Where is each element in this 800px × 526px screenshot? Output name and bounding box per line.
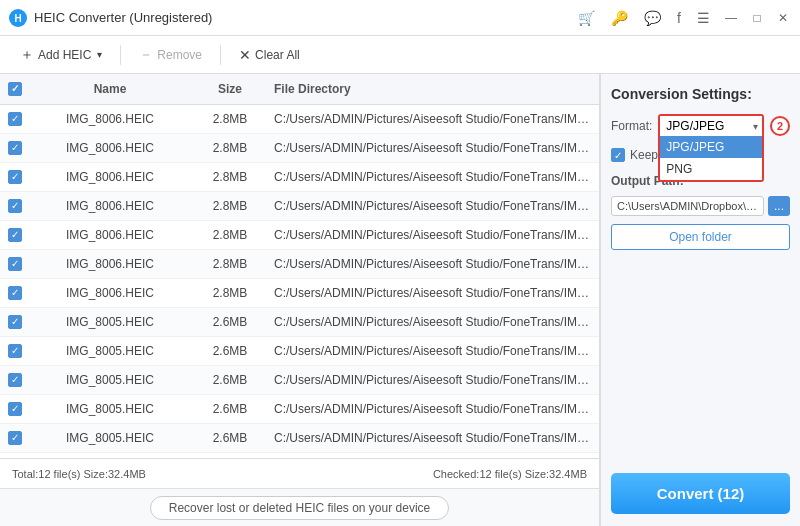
table-row[interactable]: IMG_8005.HEIC 2.6MB C:/Users/ADMIN/Pictu… bbox=[0, 395, 599, 424]
row-path: C:/Users/ADMIN/Pictures/Aiseesoft Studio… bbox=[270, 197, 599, 215]
key-icon[interactable]: 🔑 bbox=[607, 8, 632, 28]
row-checkbox[interactable] bbox=[8, 402, 22, 416]
toolbar: ＋ Add HEIC ▾ － Remove ✕ Clear All bbox=[0, 36, 800, 74]
row-checkbox-cell bbox=[0, 371, 30, 389]
row-checkbox[interactable] bbox=[8, 431, 22, 445]
option-png[interactable]: PNG bbox=[660, 158, 762, 180]
format-row: Format: JPG/JPEG PNG ▾ JPG/JPEG PNG 2 bbox=[611, 114, 790, 138]
clear-all-button[interactable]: ✕ Clear All bbox=[229, 43, 310, 67]
table-row[interactable]: IMG_8006.HEIC 2.8MB C:/Users/ADMIN/Pictu… bbox=[0, 192, 599, 221]
row-size: 2.6MB bbox=[190, 313, 270, 331]
app-title: HEIC Converter (Unregistered) bbox=[34, 10, 574, 25]
row-checkbox-cell bbox=[0, 284, 30, 302]
row-checkbox[interactable] bbox=[8, 286, 22, 300]
open-folder-button[interactable]: Open folder bbox=[611, 224, 790, 250]
row-path: C:/Users/ADMIN/Pictures/Aiseesoft Studio… bbox=[270, 400, 599, 418]
browse-button[interactable]: ... bbox=[768, 196, 790, 216]
minimize-button[interactable]: — bbox=[722, 9, 740, 27]
row-checkbox[interactable] bbox=[8, 228, 22, 242]
add-heic-button[interactable]: ＋ Add HEIC ▾ bbox=[10, 42, 112, 68]
format-select[interactable]: JPG/JPEG PNG bbox=[660, 116, 762, 136]
header-size: Size bbox=[190, 80, 270, 98]
table-row[interactable]: IMG_8006.HEIC 2.8MB C:/Users/ADMIN/Pictu… bbox=[0, 105, 599, 134]
table-header: Name Size File Directory bbox=[0, 74, 599, 105]
table-row[interactable]: IMG_8006.HEIC 2.8MB C:/Users/ADMIN/Pictu… bbox=[0, 221, 599, 250]
close-button[interactable]: ✕ bbox=[774, 9, 792, 27]
row-size: 2.8MB bbox=[190, 226, 270, 244]
row-path: C:/Users/ADMIN/Pictures/Aiseesoft Studio… bbox=[270, 255, 599, 273]
select-all-checkbox[interactable] bbox=[8, 82, 22, 96]
row-size: 2.6MB bbox=[190, 429, 270, 447]
table-row[interactable]: IMG_8005.HEIC 2.6MB C:/Users/ADMIN/Pictu… bbox=[0, 366, 599, 395]
row-checkbox-cell bbox=[0, 255, 30, 273]
table-row[interactable]: IMG_8005.HEIC 2.6MB C:/Users/ADMIN/Pictu… bbox=[0, 308, 599, 337]
row-name: IMG_8006.HEIC bbox=[30, 284, 190, 302]
row-checkbox-cell bbox=[0, 110, 30, 128]
row-name: IMG_8005.HEIC bbox=[30, 429, 190, 447]
chat-icon[interactable]: 💬 bbox=[640, 8, 665, 28]
remove-button[interactable]: － Remove bbox=[129, 42, 212, 68]
row-name: IMG_8006.HEIC bbox=[30, 197, 190, 215]
row-name: IMG_8006.HEIC bbox=[30, 110, 190, 128]
cart-icon[interactable]: 🛒 bbox=[574, 8, 599, 28]
table-row[interactable]: IMG_8006.HEIC 2.8MB C:/Users/ADMIN/Pictu… bbox=[0, 134, 599, 163]
row-name: IMG_8005.HEIC bbox=[30, 342, 190, 360]
row-checkbox[interactable] bbox=[8, 199, 22, 213]
row-size: 2.8MB bbox=[190, 110, 270, 128]
output-path-row: C:\Users\ADMIN\Dropbox\PC... ... bbox=[611, 196, 790, 216]
row-checkbox[interactable] bbox=[8, 170, 22, 184]
table-row[interactable]: IMG_8006.HEIC 2.8MB C:/Users/ADMIN/Pictu… bbox=[0, 279, 599, 308]
total-status: Total:12 file(s) Size:32.4MB bbox=[12, 468, 146, 480]
add-dropdown-arrow[interactable]: ▾ bbox=[97, 49, 102, 60]
row-path: C:/Users/ADMIN/Pictures/Aiseesoft Studio… bbox=[270, 139, 599, 157]
spacer bbox=[611, 258, 790, 465]
output-path-value: C:\Users\ADMIN\Dropbox\PC... bbox=[611, 196, 764, 216]
row-checkbox[interactable] bbox=[8, 141, 22, 155]
row-checkbox-cell bbox=[0, 313, 30, 331]
title-bar-icons: 🛒 🔑 💬 f ☰ — □ ✕ bbox=[574, 8, 792, 28]
row-checkbox[interactable] bbox=[8, 257, 22, 271]
header-directory: File Directory bbox=[270, 80, 599, 98]
row-name: IMG_8006.HEIC bbox=[30, 226, 190, 244]
table-row[interactable]: IMG_8006.HEIC 2.8MB C:/Users/ADMIN/Pictu… bbox=[0, 250, 599, 279]
row-path: C:/Users/ADMIN/Pictures/Aiseesoft Studio… bbox=[270, 284, 599, 302]
row-size: 2.6MB bbox=[190, 400, 270, 418]
recovery-bar: Recover lost or deleted HEIC files on yo… bbox=[0, 488, 599, 526]
exif-checkbox[interactable] bbox=[611, 148, 625, 162]
minus-icon: － bbox=[139, 46, 153, 64]
header-checkbox-cell bbox=[0, 80, 30, 98]
row-size: 2.6MB bbox=[190, 342, 270, 360]
row-size: 2.6MB bbox=[190, 371, 270, 389]
row-path: C:/Users/ADMIN/Pictures/Aiseesoft Studio… bbox=[270, 168, 599, 186]
row-path: C:/Users/ADMIN/Pictures/Aiseesoft Studio… bbox=[270, 110, 599, 128]
facebook-icon[interactable]: f bbox=[673, 8, 685, 28]
row-checkbox[interactable] bbox=[8, 344, 22, 358]
maximize-button[interactable]: □ bbox=[748, 9, 766, 27]
clear-icon: ✕ bbox=[239, 47, 251, 63]
title-bar: H HEIC Converter (Unregistered) 🛒 🔑 💬 f … bbox=[0, 0, 800, 36]
format-select-container: JPG/JPEG PNG ▾ JPG/JPEG PNG bbox=[658, 114, 764, 138]
toolbar-divider-1 bbox=[120, 45, 121, 65]
row-path: C:/Users/ADMIN/Pictures/Aiseesoft Studio… bbox=[270, 313, 599, 331]
table-row[interactable]: IMG_8005.HEIC 2.6MB C:/Users/ADMIN/Pictu… bbox=[0, 337, 599, 366]
table-row[interactable]: IMG_8005.HEIC 2.6MB C:/Users/ADMIN/Pictu… bbox=[0, 424, 599, 453]
menu-icon[interactable]: ☰ bbox=[693, 8, 714, 28]
row-checkbox-cell bbox=[0, 168, 30, 186]
recovery-link[interactable]: Recover lost or deleted HEIC files on yo… bbox=[150, 496, 449, 520]
row-checkbox[interactable] bbox=[8, 373, 22, 387]
svg-text:H: H bbox=[14, 13, 21, 24]
row-name: IMG_8006.HEIC bbox=[30, 139, 190, 157]
row-name: IMG_8005.HEIC bbox=[30, 371, 190, 389]
convert-button[interactable]: Convert (12) bbox=[611, 473, 790, 514]
row-checkbox-cell bbox=[0, 197, 30, 215]
row-name: IMG_8006.HEIC bbox=[30, 255, 190, 273]
row-path: C:/Users/ADMIN/Pictures/Aiseesoft Studio… bbox=[270, 342, 599, 360]
file-list-panel: Name Size File Directory IMG_8006.HEIC 2… bbox=[0, 74, 600, 526]
row-size: 2.8MB bbox=[190, 168, 270, 186]
row-path: C:/Users/ADMIN/Pictures/Aiseesoft Studio… bbox=[270, 371, 599, 389]
row-checkbox[interactable] bbox=[8, 315, 22, 329]
format-dropdown: JPG/JPEG PNG bbox=[658, 136, 764, 182]
option-jpg[interactable]: JPG/JPEG bbox=[660, 136, 762, 158]
table-row[interactable]: IMG_8006.HEIC 2.8MB C:/Users/ADMIN/Pictu… bbox=[0, 163, 599, 192]
row-checkbox[interactable] bbox=[8, 112, 22, 126]
